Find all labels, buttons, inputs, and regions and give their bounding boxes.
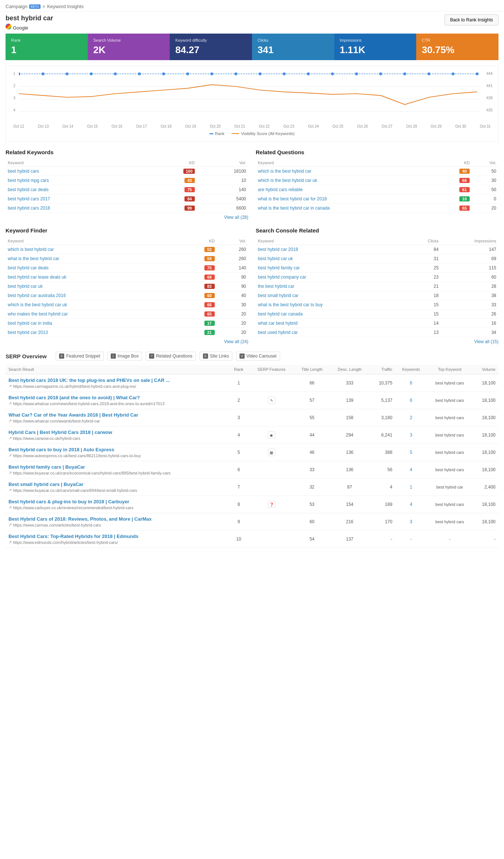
keyword-link[interactable]: best hybrid company car [258,275,306,280]
back-to-rank-insights-button[interactable]: Back to Rank Insights [445,14,498,25]
keyword-link[interactable]: best hybrid cars 2018 [8,206,50,211]
related-keywords-view-all[interactable]: View all (28) [6,215,248,220]
table-row: Hybrid Cars | Best Hybrid Cars 2018 | ca… [6,427,498,444]
keyword-link[interactable]: best hybrid mpg cars [8,178,49,183]
keyword-link[interactable]: best hybrid car uk [8,284,43,289]
desc-length-cell: 333 [330,374,369,392]
keyword-link[interactable]: best hybrid car deals [8,187,49,192]
link-icon: ↗ [8,505,12,510]
chart-x-label: Oct 13 [38,124,49,128]
kd-badge: 99 [184,206,195,211]
keyword-link[interactable]: what is the best hybrid car in canada [258,206,330,211]
keyword-link[interactable]: what car best hybrid [258,321,297,326]
svg-point-19 [379,72,382,75]
keyword-link[interactable]: best hybrid car lease deals uk [8,275,66,280]
vol-value: 140 [217,263,248,273]
keywords-count-link[interactable]: 3 [410,519,412,524]
serp-tab[interactable]: IImage Box [107,352,142,360]
keyword-link[interactable]: what is the best hybrid car [8,256,59,261]
chart-x-label: Oct 29 [431,124,441,128]
serp-col-title-len: Title Length [294,365,330,374]
serp-tab[interactable]: ?Related Questions [146,352,196,360]
keywords-count-link[interactable]: 6 [410,380,412,386]
sc-col-impressions-header: Impressions [441,237,498,245]
keyword-link[interactable]: best hybrid cars [8,169,39,174]
keyword-link[interactable]: which is best hybrid car [8,247,54,252]
keyword-finder-view-all[interactable]: View all (24) [6,339,248,344]
serp-col-volume: Volume [473,365,498,374]
result-title-link[interactable]: Best hybrid family cars | BuyaCar [8,464,85,470]
chart-x-label: Oct 17 [136,124,147,128]
keywords-count-link[interactable]: 4 [410,502,412,507]
table-row: Best Hybrid Cars: Top-Rated Hybrids for … [6,531,498,548]
result-url: ↗https://www.carmax.com/articles/best-hy… [8,522,225,527]
volume-cell: 18,100 [473,427,498,444]
table-row: best hybrid cars 2017 84 5400 [6,194,248,204]
keyword-link[interactable]: best hybrid cars 2017 [8,196,50,201]
top-keyword-cell: best hybrid cars [427,444,473,461]
result-title-link[interactable]: Best hybrid cars 2018 UK: the top plug-i… [8,377,170,383]
svg-point-10 [162,72,165,75]
keyword-link[interactable]: best hybrid car canada [258,311,303,317]
keywords-count-link[interactable]: 1 [410,484,412,490]
chart-y-right-3: 438 [486,96,493,100]
traffic-cell: 5,137 [369,392,395,409]
keyword-link[interactable]: best hybrid family car [258,265,300,270]
serp-tab[interactable]: SSite Links [200,352,232,360]
result-title-link[interactable]: Best hybrid cars 2018 (and the ones to a… [8,395,140,400]
clicks-value: 84 [407,245,441,254]
keyword-link[interactable]: who makes the best hybrid car [8,311,68,317]
result-url: ↗https://www.carwow.co.uk/hybrid-cars [8,436,225,441]
keyword-link[interactable]: best hybrid car deals [8,265,49,270]
table-row: best hybrid car 2018 84 147 [256,245,498,254]
result-title-link[interactable]: Best hybrid cars to buy in 2018 | Auto E… [8,447,114,452]
keyword-link[interactable]: what is the best hybrid car to buy [258,302,322,307]
chart-x-label: Oct 23 [283,124,294,128]
keyword-link[interactable]: best hybrid car 2018 [258,247,298,252]
keywords-count-link[interactable]: 4 [410,467,412,472]
search-console-view-all[interactable]: View all (15) [256,339,498,344]
keywords-count-link[interactable]: 2 [410,415,412,420]
vol-value: 90 [217,273,248,282]
serp-tab-label: Video Carousel [246,353,277,359]
vol-value: 6600 [197,204,248,213]
keyword-link[interactable]: best hybrid car in india [8,321,52,326]
keyword-link[interactable]: which is the best hybrid car [258,169,311,174]
keyword-link[interactable]: which is the best hybrid car uk [258,178,317,183]
serp-feature-cell: ◉ [249,427,294,444]
keywords-count-link[interactable]: 3 [410,432,412,438]
result-title-link[interactable]: Best Hybrid Cars of 2018: Reviews, Photo… [8,516,152,522]
serp-tab[interactable]: VVideo Carousel [236,352,280,360]
keyword-link[interactable]: best hybrid car 2013 [8,330,48,335]
vol-value: 10 [197,176,248,185]
clicks-value: 15 [407,300,441,310]
result-title-link[interactable]: Best Hybrid Cars: Top-Rated Hybrids for … [8,534,138,539]
keyword-link[interactable]: what is the best hybrid car for 2018 [258,196,327,201]
result-title-link[interactable]: Best hybrid cars & plug-ins to buy in 20… [8,499,129,504]
result-title-link[interactable]: What Car? Car of the Year Awards 2018 | … [8,412,138,418]
keyword-link[interactable]: best hybrid car australia 2016 [8,293,66,298]
keyword-finder-col: Keyword Finder Keyword KD Vol. which is … [6,227,248,344]
keyword-link[interactable]: best used hybrid car [258,330,298,335]
desc-length-cell: 294 [330,427,369,444]
link-icon: ↗ [8,384,12,389]
serp-overview-title: SERP Overview [6,353,46,359]
keyword-link[interactable]: best small hybrid car [258,293,298,298]
result-title-link[interactable]: Best small hybrid cars | BuyaCar [8,482,83,487]
keyword-link[interactable]: best hybrid car uk [258,256,293,261]
serp-col-serp: SERP Features [249,365,294,374]
keywords-count-link[interactable]: 5 [410,450,412,455]
kd-badge: 75 [184,187,195,192]
result-title-link[interactable]: Hybrid Cars | Best Hybrid Cars 2018 | ca… [8,430,112,435]
keywords-count-link[interactable]: 6 [410,398,412,403]
keyword-link[interactable]: the best hybrid car [258,284,294,289]
keyword-link[interactable]: are hybrid cars reliable [258,187,303,192]
kd-badge: 59 [204,256,215,261]
keyword-link[interactable]: which is the best hybrid car uk [8,302,67,307]
traffic-cell: - [369,531,395,548]
chart-y-right-4: 435 [486,108,493,112]
kd-badge: 21 [204,330,215,335]
serp-tab[interactable]: FFeatured Snippet [56,352,103,360]
svg-point-7 [90,72,93,75]
link-icon: ↗ [8,453,12,458]
